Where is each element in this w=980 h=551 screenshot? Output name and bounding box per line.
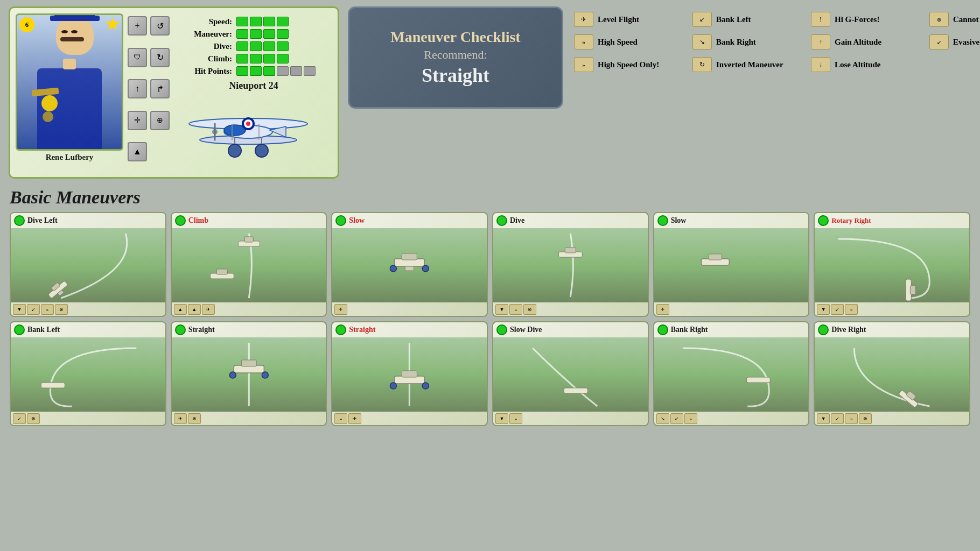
basic-maneuvers-section: Basic Maneuvers Dive Left [0,185,980,428]
maneuver-card-bank-left[interactable]: Bank Left ↙ ⊗ [10,321,166,426]
bank-right-icon: ↘ [692,34,712,50]
maneuver-card-slow-dive[interactable]: Slow Dive ▼ » [492,321,649,426]
maneuver-label: Maneuver: [178,30,232,39]
icon-evasive: ↙ Evasive Maneuver! [929,34,980,50]
slow-dive-indicator [496,324,507,335]
maneuver-card-slow-2[interactable]: Slow ✈ [653,212,810,317]
turn-button[interactable]: ↱ [150,79,170,98]
icon-inverted: ↻ Inverted Maneuver [692,57,811,72]
target-button[interactable]: ⊕ [150,111,170,130]
svg-rect-30 [709,254,722,260]
up-button[interactable]: ↑ [128,79,147,98]
bank-right-indicator2 [657,324,668,335]
svg-point-42 [390,383,397,389]
level-flight-icon: ✈ [574,12,593,27]
svg-rect-23 [402,253,417,260]
tag: ▲ [174,304,187,315]
slow1-title: Slow [349,216,365,225]
icon-lose-altitude: ↓ Lose Altitude [811,57,929,72]
tag: » [845,413,858,424]
straight2-indicator [335,324,346,335]
dive-label: Dive: [178,42,232,51]
maneuver-card-straight-1[interactable]: Straight ✈ ⊗ [171,321,327,426]
maneuver-card-straight-2[interactable]: Straight » ✈ [331,321,488,426]
rotary-right-indicator [818,215,829,226]
redo-button[interactable]: ↻ [150,48,170,67]
straight2-title: Straight [349,326,375,334]
evasive-icon: ↙ [929,34,949,50]
high-speed-only-icon: » [574,57,593,72]
tag: ⊗ [27,413,40,424]
svg-point-25 [390,265,397,272]
tag: ▼ [495,413,508,424]
spade-button[interactable]: ▲ [128,142,147,161]
tag: » [334,413,347,424]
add-button[interactable]: + [128,16,147,36]
move-button[interactable]: ✛ [128,111,147,130]
hi-g-forces-icon: ! [811,12,830,27]
checklist-recommend-value: Straight [422,64,489,87]
dive-right-title: Dive Right [831,326,866,334]
maneuver-row-1: Dive Left ▼ ↙ » ⊗ [10,212,970,317]
icon-level-flight: ✈ Level Flight [574,12,692,27]
svg-rect-44 [564,388,587,393]
slow1-indicator [335,215,346,226]
tag: ↙ [27,304,40,315]
lose-altitude-icon: ↓ [811,57,830,72]
svg-point-37 [229,372,236,378]
dive-indicator [496,215,507,226]
tag: ⊗ [523,304,536,315]
rotary-right-title: Rotary Right [831,216,871,225]
svg-rect-21 [244,237,253,242]
maneuver-card-rotary-right[interactable]: Rotary Right ▼ ↙ » [814,212,970,317]
dive-title: Dive [510,216,524,225]
stats-area: Speed: Maneuver: [175,13,332,172]
tag: ✈ [174,413,187,424]
right-panel: Maneuver Checklist Recommend: Straight ✈… [348,6,980,109]
star-badge [105,17,120,32]
icon-bank-left: ↙ Bank Left [692,12,811,27]
maneuver-card-dive-left[interactable]: Dive Left ▼ ↙ » ⊗ [10,212,166,317]
straight1-title: Straight [188,326,215,334]
tag: » [41,304,54,315]
maneuver-card-climb[interactable]: Climb ▲ [171,212,327,317]
svg-point-38 [262,372,268,378]
tag: ▲ [188,304,201,315]
checklist-recommend-label: Recommend: [424,48,487,62]
maneuver-icons-area: ✈ Level Flight ↙ Bank Left ! Hi G-Forces… [574,6,980,72]
bank-left-icon: ↙ [692,12,712,27]
tag: ✈ [334,304,347,315]
svg-rect-41 [402,371,417,377]
slow2-indicator [657,215,668,226]
svg-point-9 [255,144,268,157]
tag: ↙ [670,413,683,424]
maneuver-card-dive-right[interactable]: Dive Right ▼ ↙ » ⊗ [814,321,970,426]
maneuver-card-bank-right[interactable]: Bank Right ↘ ↙ » [653,321,810,426]
dive-right-indicator [818,324,829,335]
svg-rect-24 [405,266,414,271]
rank-badge: 6 [19,17,34,32]
bank-right-title: Bank Right [671,326,708,334]
climb-label: Climb: [178,54,232,63]
high-speed-icon: » [574,34,593,50]
inverted-icon: ↻ [692,57,712,72]
tag: » [684,413,697,424]
bank-left-title: Bank Left [27,326,60,334]
shield-button[interactable]: 🛡 [128,48,147,67]
cannot-shoot-icon: ⊗ [929,12,949,27]
undo-button[interactable]: ↺ [150,16,170,36]
tag: ⊗ [859,413,872,424]
maneuver-card-dive[interactable]: Dive ▼ » ⊗ [492,212,649,317]
tag: ↙ [13,413,26,424]
tag: ✈ [348,413,361,424]
pilot-card: 6 Rene Lufbery + ↺ 🛡 ↻ ↑ ↱ ✛ ⊕ ▲ [9,6,339,179]
tag: ↘ [656,413,669,424]
climb-indicator [175,215,186,226]
slow2-title: Slow [671,216,687,225]
dive-left-indicator [14,215,25,226]
speed-label: Speed: [178,17,232,26]
checklist-title: Maneuver Checklist [390,29,520,46]
icon-cannot-shoot: ⊗ Cannot Shoot! [929,12,980,27]
svg-rect-32 [911,286,916,294]
maneuver-card-slow-1[interactable]: Slow ✈ [331,212,488,317]
